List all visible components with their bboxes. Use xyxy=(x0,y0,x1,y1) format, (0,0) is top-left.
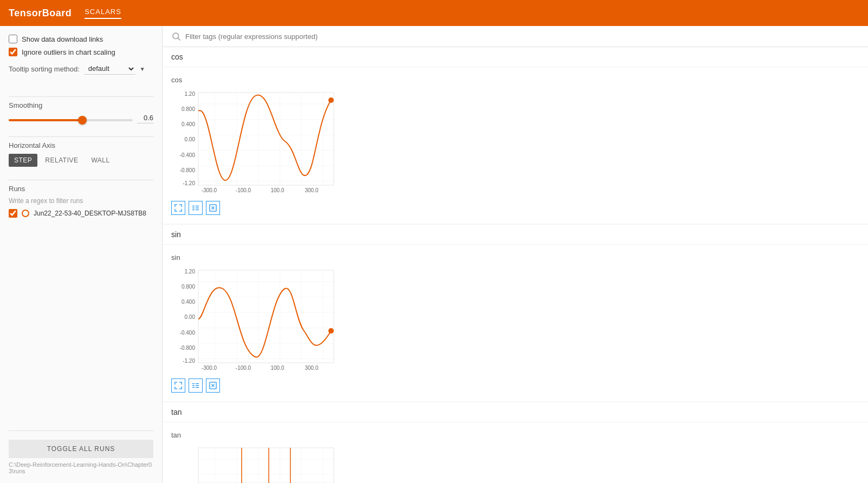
show-download-checkbox[interactable] xyxy=(9,35,17,43)
svg-text:0.400: 0.400 xyxy=(182,121,195,127)
app-logo: TensorBoard xyxy=(9,8,72,19)
tan-chart-title: tan xyxy=(171,431,859,439)
smoothing-row: 0.6 xyxy=(9,114,153,123)
cos-chart-title: cos xyxy=(171,76,859,84)
sidebar-options: Show data download links Ignore outliers… xyxy=(9,35,153,83)
sin-section-header: sin xyxy=(163,225,868,245)
run-name-label: Jun22_22-53-40_DESKTOP-MJS8TB8 xyxy=(34,210,146,217)
smoothing-slider-container xyxy=(9,115,133,123)
cos-legend-button[interactable] xyxy=(189,201,203,215)
ignore-outliers-row: Ignore outliers in chart scaling xyxy=(9,48,153,56)
filter-tags-input[interactable] xyxy=(185,32,859,41)
cos-chart-svg: 1.20 0.800 0.400 0.00 -0.400 -0.800 -1.2… xyxy=(171,88,339,197)
smoothing-slider[interactable] xyxy=(9,119,133,121)
svg-line-1 xyxy=(178,38,180,40)
smoothing-label: Smoothing xyxy=(9,101,153,109)
sin-chart-card: sin 1.20 0.800 0.400 0.00 -0.400 -0.8 xyxy=(163,245,868,401)
show-download-row: Show data download links xyxy=(9,35,153,43)
cos-chart-card: cos 1.20 0.800 0.400 0.00 -0.400 xyxy=(163,67,868,224)
svg-point-0 xyxy=(173,33,179,39)
filter-bar xyxy=(163,26,868,47)
tooltip-sorting-label: Tooltip sorting method: xyxy=(9,65,80,73)
tan-section: tan tan xyxy=(163,402,868,483)
svg-rect-46 xyxy=(198,448,334,483)
search-icon xyxy=(171,31,181,41)
svg-text:0.00: 0.00 xyxy=(185,314,196,320)
main-content: cos cos 1.20 0.800 0.400 0.00 xyxy=(163,26,868,483)
axis-relative-button[interactable]: RELATIVE xyxy=(40,154,83,167)
svg-text:-0.800: -0.800 xyxy=(180,345,196,351)
tan-chart-svg xyxy=(171,443,339,483)
sidebar-footer: TOGGLE ALL RUNS C:\Deep-Reinforcement-Le… xyxy=(9,430,153,474)
svg-text:100.0: 100.0 xyxy=(270,365,284,371)
tan-chart-card: tan xyxy=(163,422,868,483)
toggle-all-runs-button[interactable]: TOGGLE ALL RUNS xyxy=(9,440,153,458)
svg-text:-1.20: -1.20 xyxy=(183,358,195,364)
runs-filter-text: Write a regex to filter runs xyxy=(9,197,153,205)
header: TensorBoard SCALARS xyxy=(0,0,868,26)
axis-step-button[interactable]: STEP xyxy=(9,154,37,167)
cos-expand-button[interactable] xyxy=(171,201,185,215)
svg-text:-100.0: -100.0 xyxy=(236,365,251,371)
svg-text:100.0: 100.0 xyxy=(270,187,284,193)
svg-text:1.20: 1.20 xyxy=(185,91,196,97)
axis-buttons: STEP RELATIVE WALL xyxy=(9,154,153,167)
svg-text:-100.0: -100.0 xyxy=(236,187,251,193)
divider-1 xyxy=(9,96,153,97)
main-layout: Show data download links Ignore outliers… xyxy=(0,26,868,483)
sidebar: Show data download links Ignore outliers… xyxy=(0,26,163,483)
svg-text:0.800: 0.800 xyxy=(182,106,195,112)
smoothing-section: Smoothing 0.6 xyxy=(9,101,153,123)
sin-chart-title: sin xyxy=(171,253,859,262)
svg-point-14 xyxy=(328,97,334,103)
svg-text:-0.400: -0.400 xyxy=(180,152,196,158)
svg-text:300.0: 300.0 xyxy=(305,187,318,193)
chevron-down-icon: ▼ xyxy=(140,66,145,72)
run-item: Jun22_22-53-40_DESKTOP-MJS8TB8 xyxy=(9,209,153,218)
horizontal-axis-label: Horizontal Axis xyxy=(9,141,153,149)
svg-rect-24 xyxy=(198,270,334,363)
divider-2 xyxy=(9,136,153,137)
svg-text:300.0: 300.0 xyxy=(305,365,318,371)
cos-section: cos cos 1.20 0.800 0.400 0.00 xyxy=(163,47,868,224)
nav-scalars[interactable]: SCALARS xyxy=(85,8,121,19)
tooltip-row: Tooltip sorting method: default ascendin… xyxy=(9,63,153,75)
sin-chart-svg: 1.20 0.800 0.400 0.00 -0.400 -0.800 -1.2… xyxy=(171,266,339,374)
axis-wall-button[interactable]: WALL xyxy=(86,154,115,167)
runs-section: Runs Write a regex to filter runs Jun22_… xyxy=(9,185,153,422)
smoothing-value: 0.6 xyxy=(137,114,153,123)
ignore-outliers-checkbox[interactable] xyxy=(9,48,17,56)
svg-text:0.00: 0.00 xyxy=(185,136,196,142)
sin-section: sin sin 1.20 0.800 0.400 0.00 -0 xyxy=(163,225,868,401)
svg-point-36 xyxy=(328,328,334,334)
svg-text:-300.0: -300.0 xyxy=(202,365,217,371)
svg-text:1.20: 1.20 xyxy=(185,269,196,275)
sin-chart-actions xyxy=(171,378,859,393)
cos-download-button[interactable] xyxy=(206,201,220,215)
svg-text:-0.400: -0.400 xyxy=(180,330,196,336)
runs-label: Runs xyxy=(9,185,153,193)
tan-section-header: tan xyxy=(163,402,868,422)
svg-text:0.400: 0.400 xyxy=(182,299,195,305)
divider-3 xyxy=(9,180,153,180)
svg-text:-0.800: -0.800 xyxy=(180,167,196,173)
ignore-outliers-label: Ignore outliers in chart scaling xyxy=(22,48,115,56)
svg-text:-1.20: -1.20 xyxy=(183,180,195,186)
sin-legend-button[interactable] xyxy=(189,378,203,393)
run-checkbox[interactable] xyxy=(9,209,17,218)
cos-section-header: cos xyxy=(163,47,868,67)
tooltip-select[interactable]: default ascending descending xyxy=(84,63,135,75)
sin-expand-button[interactable] xyxy=(171,378,185,393)
svg-text:0.800: 0.800 xyxy=(182,284,195,290)
cos-chart-actions xyxy=(171,201,859,215)
horizontal-axis-section: Horizontal Axis STEP RELATIVE WALL xyxy=(9,141,153,167)
run-color-circle xyxy=(22,210,29,217)
svg-text:-300.0: -300.0 xyxy=(202,187,217,193)
sin-download-button[interactable] xyxy=(206,378,220,393)
runs-path: C:\Deep-Reinforcement-Learning-Hands-On\… xyxy=(9,461,153,474)
show-download-label: Show data download links xyxy=(22,35,103,43)
